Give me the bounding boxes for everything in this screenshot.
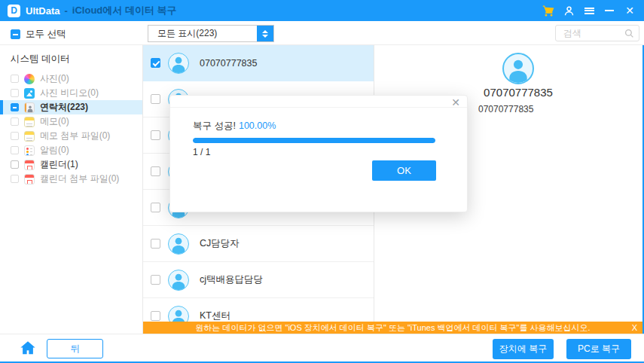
sidebar-item[interactable]: 사진(0) [0,72,142,86]
contact-avatar [168,270,189,291]
dialog-header: ✕ [170,96,467,108]
contact-checkbox[interactable] [151,94,160,104]
contact-checkbox[interactable] [151,166,160,176]
contact-checkbox[interactable] [151,58,160,68]
filter-dropdown-value: 모든 표시(223) [148,27,257,40]
sidebar-item-label: 사진 비디오(0) [40,87,99,99]
contact-checkbox[interactable] [151,275,160,285]
cart-icon[interactable] [542,4,555,17]
detail-avatar [502,53,534,84]
sidebar-item-label: 메모(0) [40,115,69,128]
sidebar-item-label: 알림(0) [40,144,69,157]
detail-contact-name: 07070777835 [454,86,582,99]
detail-contact-phone: 07070777835 [478,104,533,114]
notes-attachment-icon [24,131,35,142]
filter-dropdown[interactable]: 모든 표시(223) [148,25,274,42]
contact-checkbox[interactable] [151,130,160,140]
sidebar-item[interactable]: 메모(0) [0,114,142,129]
title-bar: D UltData - iCloud에서 데이터 복구 ✕ [0,0,644,21]
dialog-close-icon[interactable]: ✕ [451,97,460,108]
back-button[interactable]: 뒤 [47,339,103,358]
contact-avatar [168,306,189,322]
select-all[interactable]: 모두 선택 [11,28,66,41]
app-logo-icon: D [8,5,20,17]
contact-checkbox[interactable] [151,311,160,321]
contact-avatar [168,233,189,255]
menu-icon[interactable] [582,4,596,17]
sidebar-item-checkbox[interactable] [11,160,19,169]
notice-bar: 원하는 데이터가 없으면 "iOS 장치에서 데이터 복구" 또는 "iTune… [143,322,642,334]
contact-name: CJ담당자 [200,237,240,250]
minimize-icon[interactable] [603,4,616,17]
contact-name: 07070777835 [200,58,257,69]
contact-row[interactable]: KT센터 [143,298,374,322]
footer-bar: 뒤 장치에 복구 PC로 복구 [0,334,644,361]
calendar-icon [24,160,35,170]
sidebar-item-label: 메모 첨부 파일(0) [40,130,110,142]
recovery-success-dialog: ✕ 복구 성공!100.00% 1 / 1 OK [169,95,468,212]
app-name: UltData [26,5,60,17]
sidebar-item-checkbox[interactable] [11,103,19,111]
contact-row[interactable]: 07070777835 [143,45,374,81]
photo-video-icon [24,88,35,99]
sidebar: 시스템 데이터 사진(0)사진 비디오(0)연락처(223)메모(0)메모 첨부… [0,45,143,334]
progress-bar-fill [193,138,435,143]
sidebar-items: 사진(0)사진 비디오(0)연락처(223)메모(0)메모 첨부 파일(0)알림… [0,72,142,186]
title-separator: - [65,5,68,17]
search-input[interactable] [562,27,624,39]
sidebar-item-label: 연락처(223) [40,101,88,114]
sidebar-item-checkbox[interactable] [11,132,19,140]
sidebar-item-label: 사진(0) [40,72,69,85]
select-all-label: 모두 선택 [26,28,66,41]
window-subtitle: iCloud에서 데이터 복구 [72,4,177,17]
restore-to-device-button[interactable]: 장치에 복구 [493,339,554,359]
sidebar-header: 시스템 데이터 [11,53,142,66]
dialog-message: 복구 성공!100.00% [193,120,276,133]
sidebar-item[interactable]: 알림(0) [0,143,142,157]
sidebar-item[interactable]: 연락처(223) [0,100,142,114]
sidebar-item[interactable]: 캘린더(1) [0,157,142,172]
sidebar-item[interactable]: 메모 첨부 파일(0) [0,129,142,143]
contact-row[interactable]: cj택배용답담당 [143,262,374,298]
dropdown-spinner-icon[interactable] [257,26,273,41]
contact-row[interactable]: CJ담당자 [143,226,374,262]
home-button[interactable] [20,340,36,356]
sidebar-item[interactable]: 캘린더 첨부 파일(0) [0,172,142,186]
notice-close-icon[interactable]: X [632,322,637,334]
sidebar-item-label: 캘린더(1) [40,158,78,171]
account-icon[interactable] [562,4,575,17]
photos-icon [24,74,35,84]
sidebar-item-checkbox[interactable] [11,117,19,126]
dialog-message-text: 복구 성공! [193,120,236,131]
sidebar-item-label: 캘린더 첨부 파일(0) [40,172,119,185]
contact-name: KT센터 [200,310,230,322]
close-icon[interactable]: ✕ [623,4,636,17]
notice-text: 원하는 데이터가 없으면 "iOS 장치에서 데이터 복구" 또는 "iTune… [195,323,590,332]
toolbar: 모두 선택 모든 표시(223) [0,21,644,45]
contact-checkbox[interactable] [151,239,160,249]
contact-avatar [168,53,189,74]
dialog-count: 1 / 1 [193,147,210,157]
reminders-icon [24,145,35,156]
sidebar-item[interactable]: 사진 비디오(0) [0,86,142,100]
progress-bar [193,138,435,143]
app-window: D UltData - iCloud에서 데이터 복구 ✕ 모두 선택 모든 표… [0,0,644,363]
contacts-icon [24,102,35,113]
window-controls: ✕ [542,4,636,17]
select-all-checkbox[interactable] [11,29,20,39]
sidebar-item-checkbox[interactable] [11,175,19,183]
ok-button[interactable]: OK [372,160,436,181]
sidebar-item-checkbox[interactable] [11,75,19,83]
contact-name: cj택배용답담당 [200,273,263,286]
dialog-percent: 100.00% [239,120,276,131]
contact-checkbox[interactable] [151,203,160,212]
search-box[interactable] [555,25,639,41]
sidebar-item-checkbox[interactable] [11,89,19,97]
restore-to-pc-button[interactable]: PC로 복구 [566,339,631,359]
search-icon [624,29,634,38]
sidebar-item-checkbox[interactable] [11,146,19,154]
notes-icon [24,117,35,127]
calendar-attachment-icon [24,174,35,185]
